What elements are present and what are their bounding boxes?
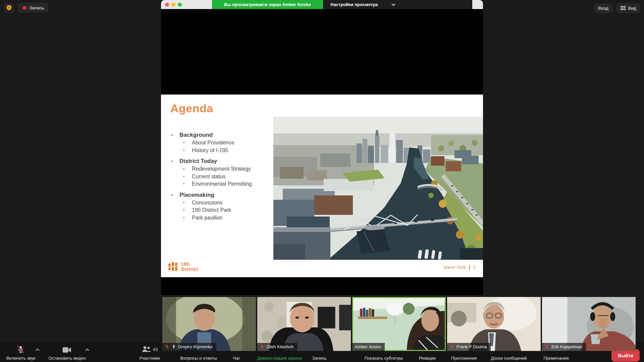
- participant-name: Amber Ilcisko: [355, 344, 381, 349]
- captions-button[interactable]: Показать субтитры: [364, 356, 403, 361]
- participant-name: Frank P Douma: [457, 344, 487, 349]
- muted-mic-icon: [450, 344, 454, 349]
- video-tile-erik[interactable]: Erik Kappelman: [542, 297, 636, 351]
- 195-district-logo-icon: [168, 261, 178, 272]
- chevron-down-icon: [391, 3, 395, 6]
- signin-button[interactable]: Вход: [594, 3, 613, 13]
- whiteboards-button[interactable]: Доски сообщений: [491, 356, 527, 361]
- agenda-heading: District Today: [179, 157, 217, 165]
- notes-button[interactable]: Примечания: [543, 356, 569, 361]
- participant-name-badge: Frank P Douma: [447, 343, 491, 351]
- unmute-label: Включить звук: [6, 356, 36, 361]
- logo-line2: District: [181, 267, 198, 272]
- security-shield-button[interactable]: [4, 3, 14, 13]
- audio-options-chevron-icon[interactable]: [35, 348, 40, 351]
- video-camera-icon: [62, 346, 72, 354]
- close-window-button[interactable]: [165, 3, 169, 7]
- screen-viewing-banner: Вы просматриваете экран Amber Ilcisko: [212, 0, 323, 9]
- view-options-dropdown[interactable]: Настройки просмотра: [323, 0, 472, 9]
- muted-mic-icon: [260, 344, 264, 349]
- view-options-label: Настройки просмотра: [330, 2, 378, 7]
- agenda-item: Environmental Permitting: [192, 180, 252, 188]
- agenda-item: 195 District Park: [192, 206, 231, 214]
- providence-aerial-photo: [273, 117, 483, 260]
- record-button[interactable]: Запись: [312, 356, 327, 361]
- chat-label: Чат: [233, 356, 240, 361]
- logo-line1: 195: [181, 262, 198, 267]
- video-tile-oleh[interactable]: Oleh Klieshch: [257, 297, 351, 351]
- view-button[interactable]: Вид: [616, 3, 641, 13]
- recording-indicator: Запись: [18, 3, 49, 13]
- viewing-banner-text: Вы просматриваете экран Amber Ilcisko: [224, 2, 311, 7]
- zoom-meeting-window: Запись Вход Вид Вы просматриваете экран …: [0, 0, 644, 362]
- participant-name-badge: Amber Ilcisko: [352, 343, 385, 351]
- video-tile-amber[interactable]: Amber Ilcisko: [352, 297, 446, 351]
- participants-icon: [142, 346, 152, 353]
- participant-name: Erik Kappelman: [551, 344, 582, 349]
- chat-button[interactable]: Чат: [233, 356, 240, 361]
- participant-name: Dmytro Klymenko: [178, 344, 213, 349]
- agenda-list: •Background •About Providence •History o…: [161, 128, 272, 222]
- presentation-slide: Agenda •Background •About Providence •Hi…: [161, 95, 483, 277]
- slide-date: March 2026: [444, 265, 466, 270]
- agenda-item: About Providence: [192, 139, 234, 147]
- stop-video-label: Остановить видео: [49, 356, 86, 361]
- participants-label: Участники: [139, 356, 160, 361]
- agenda-item: Concessions: [192, 199, 223, 207]
- signin-label: Вход: [598, 6, 608, 11]
- pin-icon: [172, 344, 176, 349]
- agenda-item: Park pavilion: [192, 214, 223, 222]
- participant-name-badge: Erik Kappelman: [542, 343, 586, 351]
- notes-label: Примечания: [543, 356, 569, 361]
- participants-button[interactable]: 43 Участники: [139, 345, 160, 361]
- reactions-label: Реакции: [419, 356, 436, 361]
- shared-screen-window: Вы просматриваете экран Amber Ilcisko На…: [161, 0, 483, 295]
- view-grid-icon: [621, 6, 626, 10]
- 195-district-logo: 195 District: [168, 261, 198, 272]
- view-label: Вид: [628, 6, 636, 11]
- participant-name-badge: Oleh Klieshch: [257, 343, 297, 351]
- footer-divider: [469, 265, 470, 270]
- agenda-heading: Background: [179, 131, 213, 139]
- muted-mic-icon: [165, 344, 169, 349]
- apps-button[interactable]: Приложения: [451, 356, 477, 361]
- slide-footer: March 2026 2: [444, 265, 476, 270]
- agenda-heading: Placemaking: [179, 191, 214, 199]
- muted-mic-icon: [545, 344, 549, 349]
- recording-label: Запись: [29, 5, 44, 10]
- share-screen-label: Демонстрация экрана: [257, 356, 302, 361]
- reactions-button[interactable]: Реакции: [419, 356, 436, 361]
- agenda-item: Current status: [192, 173, 225, 181]
- slide-page-number: 2: [473, 265, 476, 270]
- zoom-window-button[interactable]: [178, 3, 182, 7]
- unmute-button[interactable]: Включить звук: [6, 345, 36, 361]
- muted-mic-icon: [16, 345, 25, 354]
- participant-name-badge: Dmytro Klymenko: [162, 343, 216, 351]
- record-dot-icon: [23, 6, 26, 10]
- slide-title: Agenda: [170, 102, 213, 115]
- share-screen-button[interactable]: Демонстрация экрана: [257, 356, 302, 361]
- qa-button[interactable]: Вопросы и ответы: [180, 356, 217, 361]
- apps-label: Приложения: [451, 356, 477, 361]
- video-tile-dmytro[interactable]: Dmytro Klymenko: [162, 297, 256, 351]
- shield-exclamation-icon: [6, 5, 12, 11]
- agenda-item: History of I-195: [192, 147, 228, 155]
- participant-name: Oleh Klieshch: [267, 344, 293, 349]
- video-options-chevron-icon[interactable]: [85, 348, 90, 351]
- minimize-window-button[interactable]: [171, 3, 175, 7]
- record-label: Запись: [312, 356, 327, 361]
- participant-film-strip: Dmytro Klymenko: [162, 297, 636, 351]
- whiteboards-label: Доски сообщений: [491, 356, 527, 361]
- stop-video-button[interactable]: Остановить видео: [49, 345, 86, 361]
- leave-meeting-button[interactable]: Выйти: [611, 349, 640, 362]
- captions-label: Показать субтитры: [364, 356, 403, 361]
- agenda-item: Redevelopment Strategy: [192, 165, 251, 173]
- qa-label: Вопросы и ответы: [180, 356, 217, 361]
- video-tile-frank[interactable]: Frank P Douma: [447, 297, 541, 351]
- participants-count: 43: [153, 347, 158, 352]
